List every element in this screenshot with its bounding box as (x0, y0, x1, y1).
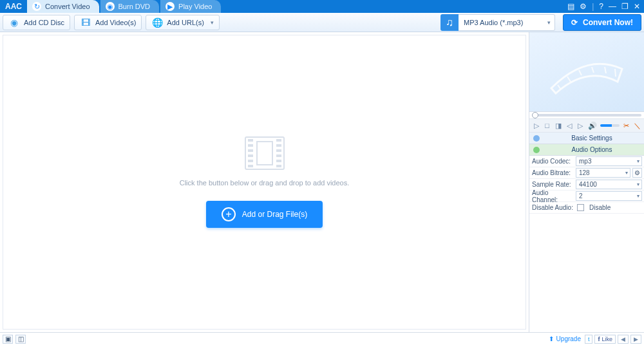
refresh-icon: ↻ (32, 2, 41, 11)
select-all-button[interactable]: ▣ (3, 335, 13, 344)
prev-frame-button[interactable]: ◁ (565, 120, 573, 131)
select-value: 44100 (579, 181, 597, 188)
music-note-icon[interactable]: ♫ (440, 14, 459, 31)
add-urls-button[interactable]: 🌐 Add URL(s) ▾ (146, 15, 219, 30)
facebook-like-button[interactable]: fLike (594, 335, 616, 344)
audio-options-header[interactable]: Audio Options (529, 144, 644, 156)
button-label: Convert Now! (583, 18, 633, 27)
svg-line-2 (579, 70, 582, 75)
share-next-button[interactable]: ▶ (630, 335, 641, 344)
field-label: Disable Audio: (529, 204, 576, 211)
tab-play-video[interactable]: ▶ Play Video (160, 0, 221, 13)
settings-icon[interactable]: ⚙ (580, 2, 587, 11)
field-label: Audio Codec: (529, 158, 576, 165)
upgrade-link[interactable]: ⬆ Upgrade (549, 335, 581, 342)
add-or-drag-files-button[interactable]: + Add or Drag File(s) (206, 201, 323, 228)
output-format-select[interactable]: MP3 Audio (*.mp3) ▾ (459, 14, 555, 31)
film-placeholder-icon (245, 136, 285, 170)
main-tabs: ↻ Convert Video ◉ Burn DVD ▶ Play Video (27, 0, 222, 13)
select-value: 128 (579, 169, 590, 176)
audio-options-body: Audio Codec: mp3 ▾ Audio Bitrate: 128 ▾ (529, 156, 644, 214)
basic-settings-header[interactable]: Basic Settings (529, 133, 644, 144)
tab-label: Convert Video (45, 3, 90, 10)
button-label: Add URL(s) (167, 19, 204, 26)
file-list-panel: Click the button below or drag and drop … (0, 32, 529, 332)
chevron-down-icon: ▾ (625, 170, 628, 176)
bitrate-settings-button[interactable]: ⚙ (632, 168, 642, 178)
disc-icon: ◉ (106, 2, 115, 11)
button-label: Add or Drag File(s) (242, 210, 307, 219)
button-label: Add CD Disc (24, 19, 64, 26)
help-icon[interactable]: ? (599, 2, 603, 11)
checkbox-label: Disable (589, 204, 611, 211)
settings-accordion: Basic Settings Audio Options Audio Codec… (529, 133, 644, 214)
main-area: Click the button below or drag and drop … (0, 32, 644, 332)
play-button[interactable]: ▷ (532, 120, 540, 131)
chevron-down-icon: ▾ (547, 19, 551, 26)
app-brand: AAC (0, 2, 27, 11)
preview-window (529, 32, 644, 112)
add-cd-disc-button[interactable]: ◉ Add CD Disc (3, 15, 70, 30)
minimize-icon[interactable]: — (609, 2, 616, 11)
audio-codec-select[interactable]: mp3 ▾ (576, 156, 642, 166)
chevron-down-icon: ▾ (637, 182, 639, 187)
tab-convert-video[interactable]: ↻ Convert Video (27, 0, 99, 13)
close-icon[interactable]: ✕ (634, 2, 640, 11)
titlebar: AAC ↻ Convert Video ◉ Burn DVD ▶ Play Vi… (0, 0, 644, 13)
header-label: Basic Settings (544, 135, 640, 142)
deselect-all-button[interactable]: ◫ (15, 335, 26, 344)
svg-line-5 (615, 69, 616, 77)
twitter-button[interactable]: t (585, 335, 593, 344)
svg-line-1 (567, 77, 571, 82)
field-label: Sample Rate: (529, 181, 576, 188)
add-videos-button[interactable]: 🎞 Add Video(s) (74, 15, 142, 30)
header-label: Audio Options (544, 146, 640, 153)
snapshot-button[interactable]: ◨ (554, 120, 562, 131)
sync-icon: ⟳ (571, 18, 578, 27)
svg-line-0 (558, 85, 561, 89)
maximize-icon[interactable]: ❐ (621, 2, 629, 11)
chevron-down-icon: ▾ (637, 158, 639, 164)
drop-hint-text: Click the button below or drag and drop … (180, 179, 350, 187)
share-prev-button[interactable]: ◀ (618, 335, 629, 344)
audio-channel-row: Audio Channel: 2 ▾ (529, 191, 644, 202)
chevron-down-icon: ▾ (211, 19, 214, 26)
field-label: Audio Bitrate: (529, 169, 576, 176)
tab-label: Burn DVD (118, 3, 151, 10)
audio-channel-select[interactable]: 2 ▾ (576, 191, 642, 201)
chevron-down-icon: ▾ (637, 193, 639, 199)
sample-rate-select[interactable]: 44100 ▾ (576, 180, 642, 189)
upload-icon: ⬆ (549, 335, 554, 342)
volume-slider[interactable] (600, 124, 620, 127)
tab-burn-dvd[interactable]: ◉ Burn DVD (100, 0, 160, 13)
svg-line-3 (592, 67, 594, 73)
drop-zone[interactable]: Click the button below or drag and drop … (3, 35, 526, 330)
next-frame-button[interactable]: ▷ (576, 120, 584, 131)
disable-audio-row: Disable Audio: Disable (529, 202, 644, 214)
select-value: mp3 (579, 158, 591, 165)
trim-icon[interactable]: ✂ (622, 120, 630, 131)
progress-slider[interactable] (529, 112, 644, 118)
bullet-icon (533, 147, 540, 153)
volume-icon[interactable]: 🔊 (587, 120, 598, 131)
audio-bitrate-row: Audio Bitrate: 128 ▾ ⚙ (529, 167, 644, 179)
disc-icon: ◉ (8, 17, 20, 28)
stop-button[interactable]: □ (543, 120, 551, 131)
link-label: Upgrade (556, 335, 581, 342)
menu-icon[interactable]: ▤ (567, 2, 574, 11)
like-label: Like (601, 336, 612, 342)
convert-now-button[interactable]: ⟳ Convert Now! (563, 14, 641, 31)
select-value: 2 (579, 192, 583, 200)
window-controls: ▤ ⚙ | ? — ❐ ✕ (567, 0, 640, 13)
statusbar: ▣ ◫ ⬆ Upgrade t fLike ◀ ▶ (0, 332, 644, 345)
tab-label: Play Video (178, 3, 212, 10)
button-label: Add Video(s) (95, 19, 136, 26)
plus-circle-icon: + (222, 207, 236, 221)
disable-audio-checkbox[interactable] (577, 204, 584, 211)
edit-icon[interactable]: ＼ (633, 120, 641, 131)
bullet-icon (533, 135, 540, 142)
output-format: ♫ MP3 Audio (*.mp3) ▾ (440, 14, 555, 31)
audio-bitrate-select[interactable]: 128 ▾ (576, 168, 630, 178)
toolbar: ◉ Add CD Disc 🎞 Add Video(s) 🌐 Add URL(s… (0, 13, 644, 32)
svg-line-4 (605, 67, 606, 73)
